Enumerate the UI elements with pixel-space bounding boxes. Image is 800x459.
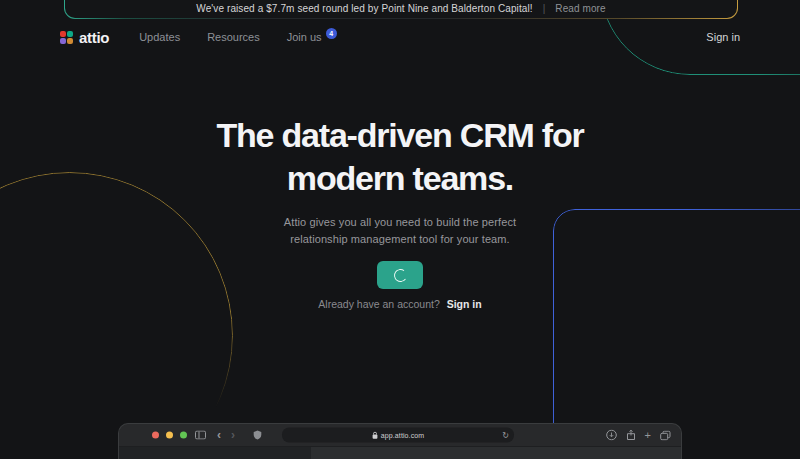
hero-subtitle: Attio gives you all you need to build th…: [0, 214, 800, 248]
address-bar: app.attio.com ↻: [282, 428, 514, 443]
window-close-dot: [152, 432, 159, 439]
get-started-loading-button[interactable]: [377, 261, 423, 289]
tab-overview-icon: [660, 430, 671, 440]
app-main-preview: [311, 447, 681, 459]
url-text: app.attio.com: [381, 432, 424, 439]
announcement-banner: We've raised a $7.7m seed round led by P…: [64, 0, 738, 19]
nav-link-join-us[interactable]: Join us 4: [287, 31, 337, 43]
back-icon: ‹: [217, 429, 221, 441]
attio-logo[interactable]: attio: [60, 29, 109, 46]
hero-subtitle-line1: Attio gives you all you need to build th…: [0, 214, 800, 231]
hero-subtitle-line2: relationship management tool for your te…: [0, 231, 800, 248]
page-title: The data-driven CRM for modern teams.: [0, 114, 800, 200]
browser-toolbar: ‹ › app.attio.com ↻ +: [119, 424, 681, 447]
refresh-icon: ↻: [502, 431, 509, 440]
loading-spinner-icon: [392, 267, 407, 282]
nav-link-join-us-label: Join us: [287, 31, 322, 43]
nav-sign-in-link[interactable]: Sign in: [706, 31, 740, 43]
forward-icon: ›: [231, 429, 235, 441]
top-nav: attio Updates Resources Join us 4 Sign i…: [60, 27, 740, 47]
hero-section: The data-driven CRM for modern teams. At…: [0, 114, 800, 310]
browser-content: [119, 447, 681, 459]
privacy-shield-icon: [253, 430, 262, 440]
nav-link-updates[interactable]: Updates: [139, 31, 180, 43]
banner-divider: |: [543, 3, 546, 14]
nav-link-resources[interactable]: Resources: [207, 31, 260, 43]
announcement-text: We've raised a $7.7m seed round led by P…: [196, 3, 532, 14]
attio-logo-icon: [60, 31, 73, 44]
page-title-line2: modern teams.: [0, 157, 800, 200]
window-minimize-dot: [166, 432, 173, 439]
signin-prompt-text: Already have an account?: [318, 298, 439, 310]
brand-name: attio: [79, 29, 109, 46]
hero-sign-in-link[interactable]: Sign in: [447, 298, 482, 310]
downloads-icon: [606, 430, 617, 441]
window-zoom-dot: [180, 432, 187, 439]
share-icon: [626, 430, 636, 441]
lock-icon: [372, 431, 378, 439]
new-tab-icon: +: [645, 430, 651, 441]
page-title-line1: The data-driven CRM for: [0, 114, 800, 157]
app-sidebar-preview: [119, 447, 311, 459]
read-more-link[interactable]: Read more: [555, 3, 605, 14]
join-us-count-badge: 4: [326, 28, 337, 39]
browser-mockup-window: ‹ › app.attio.com ↻ +: [118, 423, 682, 459]
signin-prompt-row: Already have an account? Sign in: [0, 298, 800, 310]
sidebar-toggle-icon: [195, 431, 206, 440]
